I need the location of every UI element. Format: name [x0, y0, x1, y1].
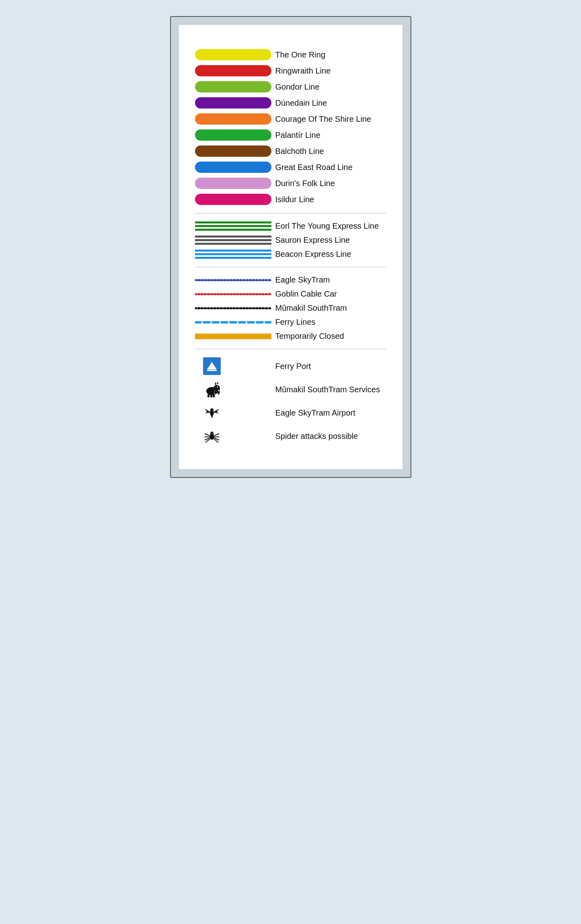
line-label: Balchoth Line: [275, 147, 324, 156]
solid-line-row: Palantír Line: [195, 129, 386, 141]
dotted-line-row: Ferry Lines: [195, 318, 386, 327]
dotted-label: Goblin Cable Car: [275, 289, 337, 299]
solid-line-row: Dúnedain Line: [195, 97, 386, 109]
line-symbol: [195, 145, 275, 157]
line-label: Great East Road Line: [275, 163, 353, 172]
bar-icon: [195, 178, 271, 189]
icon-label: Eagle SkyTram Airport: [275, 408, 355, 418]
dots-icon: [195, 292, 271, 296]
dotted-symbol: [195, 278, 275, 282]
express-label: Beacon Express Line: [275, 250, 351, 259]
express-label: Eorl The Young Express Line: [275, 221, 379, 231]
bar-icon: [195, 194, 271, 205]
triple-lines-icon: [195, 250, 271, 259]
bar-icon: [195, 49, 271, 60]
dotted-line-row: Mûmakil SouthTram: [195, 303, 386, 313]
outer-card: The One Ring Ringwraith Line Gondor Line…: [170, 16, 411, 478]
line-label: Durin's Folk Line: [275, 179, 335, 188]
solid-lines-section: The One Ring Ringwraith Line Gondor Line…: [195, 49, 386, 205]
express-lines-section: Eorl The Young Express Line Sauron Expre…: [195, 221, 386, 259]
bar-icon: [195, 81, 271, 92]
svg-point-13: [217, 387, 218, 388]
svg-rect-10: [207, 394, 209, 397]
solid-line-row: Isildur Line: [195, 194, 386, 205]
thick-dashes-icon: [195, 333, 271, 340]
icon-symbol-container: [195, 404, 275, 422]
triple-lines-icon: [195, 221, 271, 231]
svg-rect-6: [211, 362, 212, 369]
solid-line-row: Gondor Line: [195, 81, 386, 92]
mammoth-icon: [203, 381, 221, 398]
line-symbol: [195, 113, 275, 125]
icon-label: Ferry Port: [275, 362, 311, 371]
solid-line-row: The One Ring: [195, 49, 386, 60]
dashes-icon: [195, 320, 271, 324]
dotted-label: Eagle SkyTram: [275, 275, 330, 285]
dotted-symbol: [195, 306, 275, 310]
ferry-port-icon: [203, 357, 221, 375]
dotted-lines-section: Eagle SkyTram Goblin Cable Car Mûmakil S…: [195, 275, 386, 341]
icon-symbol-container: [195, 381, 275, 398]
svg-rect-11: [210, 395, 212, 397]
line-label: Isildur Line: [275, 195, 314, 204]
svg-point-18: [210, 433, 211, 434]
dots-icon: [195, 306, 271, 310]
svg-point-9: [214, 385, 220, 391]
icons-section: Ferry Port: [195, 357, 386, 445]
divider-3: [195, 349, 386, 349]
express-line-row: Sauron Express Line: [195, 236, 386, 245]
spider-icon: [203, 427, 221, 445]
svg-line-24: [214, 434, 219, 436]
express-symbol: [195, 221, 275, 231]
eagle-icon: [203, 404, 221, 422]
line-symbol: [195, 97, 275, 109]
line-symbol: [195, 65, 275, 76]
express-line-row: Beacon Express Line: [195, 250, 386, 259]
bar-icon: [195, 113, 271, 125]
dotted-line-row: Temporarily Closed: [195, 332, 386, 341]
svg-point-19: [212, 433, 213, 434]
line-symbol: [195, 178, 275, 189]
icon-row: Mûmakil SouthTram Services: [195, 381, 386, 398]
line-label: Dúnedain Line: [275, 98, 327, 108]
dotted-label: Temporarily Closed: [275, 332, 344, 341]
line-symbol: [195, 81, 275, 92]
triple-lines-icon: [195, 236, 271, 245]
divider-2: [195, 267, 386, 267]
bar-icon: [195, 129, 271, 141]
icon-symbol-container: [195, 427, 275, 445]
solid-line-row: Durin's Folk Line: [195, 178, 386, 189]
dotted-symbol: [195, 320, 275, 324]
icon-row: Spider attacks possible: [195, 427, 386, 445]
icon-label: Spider attacks possible: [275, 432, 358, 441]
icon-label: Mûmakil SouthTram Services: [275, 385, 380, 394]
dotted-line-row: Eagle SkyTram: [195, 275, 386, 285]
solid-line-row: Courage Of The Shire Line: [195, 113, 386, 125]
bar-icon: [195, 65, 271, 76]
icon-row: Eagle SkyTram Airport: [195, 404, 386, 422]
line-label: Ringwraith Line: [275, 66, 331, 76]
svg-rect-12: [213, 395, 215, 397]
line-label: Palantír Line: [275, 131, 320, 140]
bar-icon: [195, 162, 271, 173]
line-symbol: [195, 129, 275, 141]
bar-icon: [195, 145, 271, 157]
line-symbol: [195, 49, 275, 60]
express-line-row: Eorl The Young Express Line: [195, 221, 386, 231]
svg-rect-7: [207, 370, 217, 371]
solid-line-row: Balchoth Line: [195, 145, 386, 157]
divider-1: [195, 213, 386, 213]
dotted-symbol: [195, 292, 275, 296]
dotted-label: Ferry Lines: [275, 318, 316, 327]
icon-row: Ferry Port: [195, 357, 386, 375]
express-symbol: [195, 250, 275, 259]
dots-icon: [195, 278, 271, 282]
bar-icon: [195, 97, 271, 109]
dotted-line-row: Goblin Cable Car: [195, 289, 386, 299]
solid-line-row: Great East Road Line: [195, 162, 386, 173]
inner-card: The One Ring Ringwraith Line Gondor Line…: [179, 25, 402, 469]
line-symbol: [195, 162, 275, 173]
express-symbol: [195, 236, 275, 245]
line-label: Gondor Line: [275, 82, 320, 92]
line-symbol: [195, 194, 275, 205]
